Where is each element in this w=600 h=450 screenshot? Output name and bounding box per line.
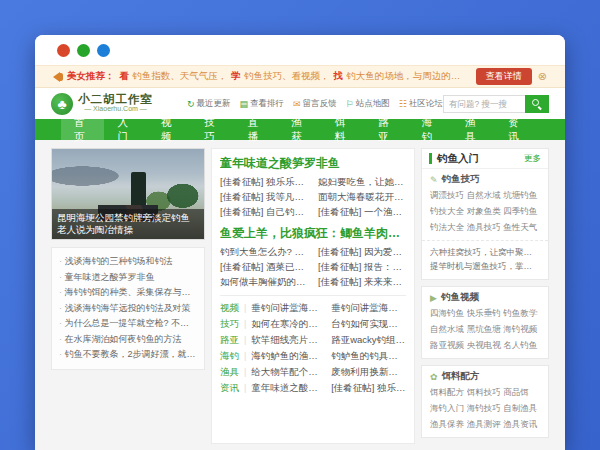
category-link[interactable]: 给大物竿配个失手环! ... — [251, 364, 326, 380]
nav-item-catch[interactable]: 渔获 — [278, 119, 321, 140]
feature-photo[interactable]: 昆明海埂公园禁钓牌旁淡定钓鱼 老人说为陶冶情操 — [51, 148, 205, 240]
category-link[interactable]: 海钓鲈鱼的渔具、饵料... — [251, 348, 326, 364]
news-link[interactable]: [佳肴征帖] 我等凡人上人坑之... — [220, 189, 308, 204]
site-logo[interactable]: ♣ 小二胡工作室 — Xiaoerhu.Com — — [51, 93, 153, 115]
nav-item-beginner[interactable]: 入门 — [104, 119, 147, 140]
sidebar-link[interactable]: 渔具测评 — [467, 419, 504, 431]
headline-link[interactable]: 为什么总是一提竿就空枪? 不一定是鱼猾 — [59, 316, 197, 332]
news-headline-2[interactable]: 鱼爱上羊，比狼疯狂：鲫鱼羊肉汤的做法 — [220, 225, 406, 241]
nav-item-home[interactable]: 首页 — [61, 119, 104, 140]
headline-link[interactable]: 童年味道之酸笋罗非鱼 — [59, 270, 197, 286]
headline-link[interactable]: 在水库湖泊如何夜钓鱼的方法 — [59, 332, 197, 348]
window-maximize-button[interactable] — [97, 44, 110, 57]
sidebar-link[interactable]: 渔具资讯 — [503, 419, 540, 431]
news-link[interactable]: 钓到大鱼怎么办? 做个酸菜... — [220, 244, 308, 259]
sidebar-link[interactable]: 四季钓鱼 — [503, 206, 540, 218]
news-link[interactable]: [佳肴征帖] 独乐乐不如众乐乐 — [220, 174, 308, 189]
sidebar-link[interactable]: 坑塘钓鱼 — [503, 190, 540, 202]
header-link-rankings[interactable]: ▤查看排行 — [240, 98, 285, 110]
category-label[interactable]: 海钓 — [220, 348, 239, 364]
sidebar-link[interactable]: 路亚视频 — [430, 340, 467, 352]
header-link-forum[interactable]: ☷社区论坛 — [399, 98, 443, 110]
site-title: 小二胡工作室 — [78, 94, 153, 105]
refresh-icon: ↻ — [187, 99, 195, 109]
headline-link[interactable]: 浅谈海钓的三种钓场和钓法 — [59, 254, 197, 270]
sidebar-link[interactable]: 自然水域 — [430, 324, 467, 336]
news-link[interactable]: [佳肴征帖] 酒菜已备好，快... — [220, 259, 308, 274]
hot-article-link[interactable]: 提竿时机与遛鱼技巧，掌握好了才能轻... — [430, 259, 540, 273]
category-label[interactable]: 技巧 — [220, 316, 239, 332]
headline-link[interactable]: 海钓钓饵的种类、采集保存与水情的运用 — [59, 285, 197, 301]
sidebar-link[interactable]: 自然水域 — [467, 190, 504, 202]
main-navigation: 首页 入门 视频 技巧 直播 渔获 饵料 路亚 海钓 渔具 资讯 — [35, 119, 565, 140]
sidebar-link[interactable]: 自制渔具 — [503, 403, 540, 415]
sidebar-link[interactable]: 对象鱼类 — [467, 206, 504, 218]
nav-item-news[interactable]: 资讯 — [496, 119, 539, 140]
sidebar-link[interactable]: 渔具保养 — [430, 419, 467, 431]
more-link[interactable]: 更多 — [524, 153, 541, 165]
news-link[interactable]: [佳肴征帖] 自己钓的鱼，就... — [220, 204, 308, 219]
news-link[interactable]: 面朝大海春暖花开，最爱家... — [318, 189, 406, 204]
sidebar-link[interactable]: 饵料技巧 — [467, 387, 504, 399]
sidebar-link[interactable]: 黑坑鱼塘 — [467, 324, 504, 336]
header-link-feedback[interactable]: ✉留言反馈 — [293, 98, 337, 110]
category-link[interactable]: 如何在寒冷的冬天里钓... — [251, 316, 326, 332]
sidebar-link[interactable]: 鱼性天气 — [503, 222, 540, 234]
news-link[interactable]: [佳肴征帖] 报告：鱼出锅了... — [318, 259, 406, 274]
hot-article-list: 六种挂窝技巧，让窝中聚满鱼 提竿时机与遛鱼技巧，掌握好了才能轻... — [422, 240, 548, 279]
sidebar-link[interactable]: 钓鱼教学 — [503, 308, 540, 320]
nav-item-bait[interactable]: 饵料 — [322, 119, 365, 140]
category-link[interactable]: 垂钓问讲堂海霸王第五... — [251, 300, 326, 316]
video-links-grid: 四海钓鱼 快乐垂钓 钓鱼教学 自然水域 黑坑鱼塘 海钓视频 路亚视频 央视电视 … — [422, 306, 548, 358]
sidebar-link[interactable]: 渔具技巧 — [467, 222, 504, 234]
news-link[interactable]: [佳肴征帖] 因为爱，我为家... — [318, 244, 406, 259]
nav-item-tackle[interactable]: 渔具 — [452, 119, 495, 140]
nav-item-lure[interactable]: 路亚 — [365, 119, 408, 140]
category-link[interactable]: 台钓如何实现调四钓二... — [331, 316, 406, 332]
sidebar-link[interactable]: 快乐垂钓 — [467, 308, 504, 320]
nav-item-sea-fishing[interactable]: 海钓 — [409, 119, 452, 140]
sidebar-link[interactable]: 海钓技巧 — [467, 403, 504, 415]
category-link[interactable]: 钓鲈鱼的钓具装备选用... — [331, 348, 406, 364]
promo-close-icon[interactable]: ⊗ — [538, 71, 547, 82]
category-label[interactable]: 渔具 — [220, 364, 239, 380]
category-link[interactable]: 童年味道之酸笋罗非鱼 — [251, 380, 326, 396]
hot-article-link[interactable]: 六种挂窝技巧，让窝中聚满鱼 — [430, 245, 540, 259]
news-link[interactable]: 媳妇要吃鱼，让她尝尝新厨艺 — [318, 174, 406, 189]
category-link[interactable]: 路亚wacky钓组的配置... — [331, 332, 406, 348]
nav-item-skills[interactable]: 技巧 — [191, 119, 234, 140]
sidebar-link[interactable]: 海钓入门 — [430, 403, 467, 415]
sidebar-link[interactable]: 央视电视 — [467, 340, 504, 352]
sidebar-link[interactable]: 钓技大全 — [430, 206, 467, 218]
window-close-button[interactable] — [57, 44, 70, 57]
category-link[interactable]: [佳肴征帖] 独乐乐不如... — [331, 380, 406, 396]
headline-link[interactable]: 钓鱼不要教条，2步调好漂，就是这么简单 — [59, 347, 197, 363]
category-label[interactable]: 视频 — [220, 300, 239, 316]
news-link[interactable]: 如何做丰胸催奶的鲫鱼红枣... — [220, 274, 308, 289]
headline-link[interactable]: 浅谈海钓海竿远投的钓法及对策 — [59, 301, 197, 317]
window-minimize-button[interactable] — [77, 44, 90, 57]
news-link[interactable]: [佳肴征帖] 来来来，喝完这... — [318, 274, 406, 289]
category-link[interactable]: 垂钓问讲堂海霸王第四... — [331, 300, 406, 316]
header-link-sitemap[interactable]: ⚐站点地图 — [346, 98, 390, 110]
accent-bar — [429, 153, 432, 164]
header-link-recent-updates[interactable]: ↻最近更新 — [187, 98, 231, 110]
sidebar-link[interactable]: 海钓视频 — [503, 324, 540, 336]
promo-detail-button[interactable]: 查看详情 — [476, 68, 532, 85]
category-label[interactable]: 资讯 — [220, 380, 239, 396]
news-link[interactable]: [佳肴征帖] 一个渔翁一钓钩... — [318, 204, 406, 219]
sidebar-link[interactable]: 四海钓鱼 — [430, 308, 467, 320]
category-label[interactable]: 路亚 — [220, 332, 239, 348]
search-input[interactable] — [443, 95, 525, 113]
category-link[interactable]: 废物利用换新生：小爆... — [331, 364, 406, 380]
sidebar-link[interactable]: 调漂技巧 — [430, 190, 467, 202]
category-link[interactable]: 软竿细线亮片拟饵路亚... — [251, 332, 326, 348]
sidebar-link[interactable]: 名人钓鱼 — [503, 340, 540, 352]
nav-item-video[interactable]: 视频 — [148, 119, 191, 140]
sidebar-link[interactable]: 商品饵 — [503, 387, 540, 399]
sidebar-link[interactable]: 钓法大全 — [430, 222, 467, 234]
nav-item-live[interactable]: 直播 — [235, 119, 278, 140]
sidebar-link[interactable]: 饵料配方 — [430, 387, 467, 399]
news-headline-1[interactable]: 童年味道之酸笋罗非鱼 — [220, 155, 406, 171]
search-button[interactable] — [525, 95, 549, 113]
